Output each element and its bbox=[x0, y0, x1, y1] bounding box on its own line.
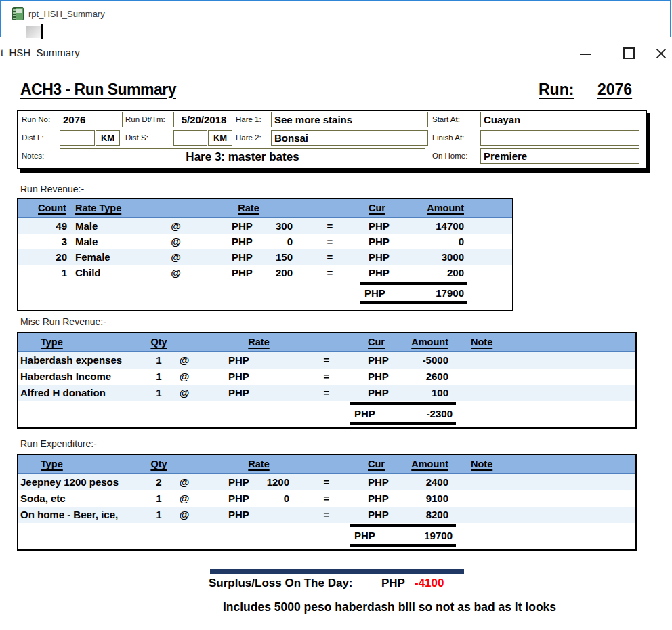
dist-s-label: Dist S: bbox=[125, 133, 148, 142]
cell-cur: PHP bbox=[369, 249, 390, 265]
equals-symbol: = bbox=[310, 385, 343, 401]
cell-amount: 8200 bbox=[384, 507, 448, 523]
cell-cur: PHP bbox=[369, 218, 390, 234]
col-header-type: Type bbox=[41, 333, 63, 351]
cell-type: Soda, etc bbox=[20, 490, 66, 507]
col-header-qty: Qty bbox=[140, 455, 177, 473]
misc-revenue-table: Type Qty Rate Cur Amount Note Haberdash … bbox=[17, 332, 637, 429]
col-header-type: Type bbox=[41, 455, 63, 473]
run-info-box: Run No: 2076 Run Dt/Tm: 5/20/2018 Hare 1… bbox=[17, 110, 647, 169]
cell-count: 20 bbox=[18, 249, 67, 265]
total-amount: -2300 bbox=[427, 407, 453, 420]
surplus-cur: PHP bbox=[381, 576, 405, 590]
dist-l-field[interactable] bbox=[60, 130, 95, 146]
equals-symbol: = bbox=[310, 507, 343, 523]
start-at-field[interactable]: Cuayan bbox=[480, 112, 639, 127]
table-row: 1 Child @ PHP 200 = PHP 200 bbox=[18, 265, 512, 280]
run-revenue-table: Count Rate Type Rate Cur Amount 49 Male … bbox=[17, 198, 513, 311]
finish-at-field[interactable] bbox=[480, 130, 639, 146]
cell-rate: 0 bbox=[249, 234, 293, 249]
at-symbol: @ bbox=[171, 490, 198, 507]
table-row: Soda, etc 1 @ PHP 0 = PHP 9100 bbox=[18, 490, 635, 507]
table-row: Haberdash Income 1 @ PHP = PHP 2600 bbox=[18, 369, 635, 385]
start-at-label: Start At: bbox=[432, 115, 460, 123]
col-header-rate-type: Rate Type bbox=[75, 199, 121, 217]
minimize-button[interactable] bbox=[580, 54, 591, 55]
cell-type: Haberdash Income bbox=[20, 369, 111, 385]
table-row: 3 Male @ PHP 0 = PHP 0 bbox=[18, 234, 512, 249]
run-no-field[interactable]: 2076 bbox=[60, 112, 123, 127]
notes-field[interactable]: Hare 3: master bates bbox=[60, 148, 425, 165]
surplus-amount: -4100 bbox=[415, 576, 444, 590]
expenditure-table: Type Qty Rate Cur Amount Note Jeepney 12… bbox=[17, 454, 637, 551]
cell-amount: 100 bbox=[384, 385, 448, 401]
hare2-field[interactable]: Bonsai bbox=[271, 130, 428, 146]
col-header-rate: Rate bbox=[228, 455, 289, 473]
col-header-cur: Cur bbox=[368, 333, 385, 351]
cell-rate-cur: PHP bbox=[228, 352, 249, 369]
at-symbol: @ bbox=[161, 234, 191, 249]
run-revenue-section-label: Run Revenue:- bbox=[20, 184, 84, 194]
at-symbol: @ bbox=[171, 507, 198, 523]
table-row: On home - Beer, ice, 1 @ PHP = PHP 8200 bbox=[18, 507, 635, 523]
dist-s-field[interactable] bbox=[173, 130, 207, 146]
table-header-row: Type Qty Rate Cur Amount Note bbox=[18, 455, 635, 474]
equals-symbol: = bbox=[310, 490, 343, 507]
hare1-field[interactable]: See more stains bbox=[271, 112, 428, 127]
table-row: Jeepney 1200 pesos 2 @ PHP 1200 = PHP 24… bbox=[18, 474, 635, 490]
run-no-label: Run No: bbox=[22, 115, 50, 123]
cell-rate: 300 bbox=[249, 218, 293, 234]
equals-symbol: = bbox=[313, 234, 347, 249]
equals-symbol: = bbox=[313, 249, 347, 265]
notes-label: Notes: bbox=[22, 152, 44, 160]
cell-rate-type: Child bbox=[75, 265, 101, 280]
footnote: Includes 5000 peso haberdash bill so not… bbox=[169, 600, 610, 614]
report-icon bbox=[12, 7, 24, 20]
cell-rate-cur: PHP bbox=[228, 385, 249, 401]
surplus-divider-bar bbox=[210, 569, 464, 574]
cell-amount: 0 bbox=[387, 234, 464, 249]
col-header-rate: Rate bbox=[218, 199, 279, 217]
cell-amount: 3000 bbox=[387, 249, 464, 265]
cell-type: On home - Beer, ice, bbox=[20, 507, 118, 523]
total-amount: 17900 bbox=[436, 287, 464, 299]
on-home-label: On Home: bbox=[432, 152, 467, 160]
at-symbol: @ bbox=[171, 369, 198, 385]
col-header-qty: Qty bbox=[140, 333, 177, 351]
col-header-amount: Amount bbox=[384, 333, 448, 351]
dist-l-unit: KM bbox=[96, 130, 120, 146]
cell-amount: 2600 bbox=[384, 369, 448, 385]
cell-amount: 200 bbox=[387, 265, 464, 280]
cell-amount: 9100 bbox=[384, 490, 448, 507]
maximize-button[interactable] bbox=[623, 47, 635, 59]
tab-rpt-hsh-summary[interactable]: rpt_HSH_Summary bbox=[12, 6, 105, 21]
cell-rate-cur: PHP bbox=[228, 369, 249, 385]
at-symbol: @ bbox=[161, 265, 191, 280]
col-header-rate: Rate bbox=[228, 333, 289, 351]
cell-amount: 2400 bbox=[384, 474, 448, 490]
col-header-amount: Amount bbox=[384, 455, 448, 473]
table-row: Haberdash expenses 1 @ PHP = PHP -5000 bbox=[18, 352, 635, 369]
total-cur: PHP bbox=[354, 529, 375, 542]
cell-count: 3 bbox=[18, 234, 67, 249]
page-title: ACH3 - Run Summary bbox=[20, 81, 176, 99]
cell-amount: -5000 bbox=[384, 352, 448, 369]
text-cursor bbox=[41, 24, 43, 39]
window-title: t_HSH_Summary bbox=[1, 47, 80, 58]
run-number: 2076 bbox=[597, 81, 632, 99]
run-dttm-field[interactable]: 5/20/2018 bbox=[173, 112, 234, 127]
cell-rate: 200 bbox=[249, 265, 293, 280]
dist-s-unit: KM bbox=[208, 130, 232, 146]
run-label: Run: bbox=[539, 81, 574, 99]
close-button[interactable] bbox=[654, 47, 668, 60]
cell-rate: 1200 bbox=[242, 474, 289, 490]
col-header-note: Note bbox=[471, 333, 492, 351]
on-home-field[interactable]: Premiere bbox=[480, 148, 639, 164]
tab-bar: rpt_HSH_Summary bbox=[0, 0, 671, 37]
col-header-cur: Cur bbox=[368, 455, 385, 473]
at-symbol: @ bbox=[161, 249, 191, 265]
equals-symbol: = bbox=[313, 265, 347, 280]
total-cur: PHP bbox=[364, 287, 385, 299]
cell-cur: PHP bbox=[369, 234, 390, 249]
table-header-row: Type Qty Rate Cur Amount Note bbox=[18, 333, 635, 352]
